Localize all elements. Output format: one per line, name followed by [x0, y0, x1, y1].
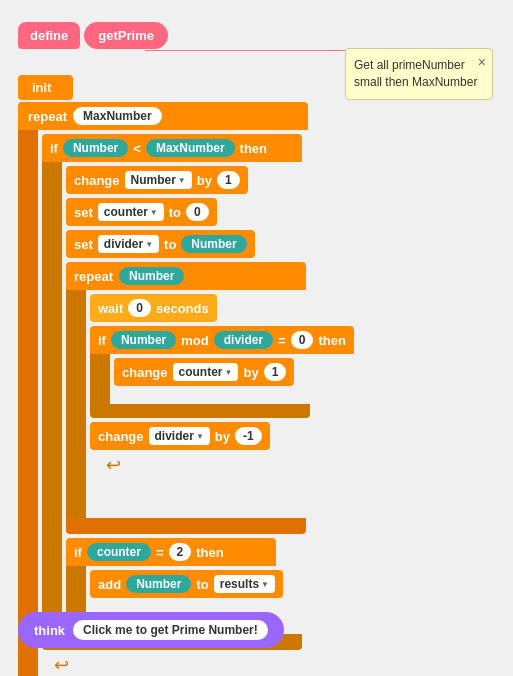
init-block[interactable]: init	[18, 75, 73, 100]
define-block[interactable]: define getPrime	[18, 22, 168, 49]
outer-loop-arrow: ↩	[38, 654, 354, 676]
if2-number: Number	[111, 331, 176, 349]
divider-dropdown[interactable]: divider	[98, 235, 159, 253]
if-block-2[interactable]: if Number mod divider = 0 then	[90, 326, 354, 418]
inner-loop-arrow: ↩	[90, 454, 354, 476]
if-label-1: if	[50, 141, 58, 156]
wait-block[interactable]: wait 0 seconds	[90, 294, 354, 322]
if-block-1[interactable]: if Number < MaxNumber then change	[42, 134, 354, 650]
think-label: think	[34, 623, 65, 638]
set-divider-block[interactable]: set divider to Number	[66, 230, 354, 258]
if3-value: 2	[169, 543, 192, 561]
note-text: Get all primeNumber small then MaxNumber	[354, 58, 477, 89]
if2-eq-value: 0	[291, 331, 314, 349]
func-name: getPrime	[98, 28, 154, 43]
add-block[interactable]: add Number to results	[90, 570, 354, 598]
repeat-outer-block[interactable]: repeat MaxNumber if Number < MaxNumber t…	[18, 102, 354, 676]
repeat-value: MaxNumber	[73, 107, 162, 125]
set-counter-block[interactable]: set counter to 0	[66, 198, 354, 226]
if-maxnumber: MaxNumber	[146, 139, 235, 157]
if-then-1: then	[240, 141, 267, 156]
repeat-inner-block[interactable]: repeat Number wait	[66, 262, 354, 534]
change-counter-block[interactable]: change counter by 1	[114, 358, 354, 386]
if3-counter: counter	[87, 543, 151, 561]
add-number: Number	[126, 575, 191, 593]
number-dropdown[interactable]: Number	[125, 171, 192, 189]
think-text: Click me to get Prime Number!	[73, 620, 268, 640]
note-box: × Get all primeNumber small then MaxNumb…	[345, 48, 493, 100]
counter-dropdown-1[interactable]: counter	[98, 203, 164, 221]
if-number: Number	[63, 139, 128, 157]
repeat-number-value: Number	[119, 267, 184, 285]
repeat-label: repeat	[28, 109, 67, 124]
define-label: define	[30, 28, 68, 43]
change-counter-value: 1	[264, 363, 287, 381]
change-label-1: change	[74, 173, 120, 188]
workspace: × Get all primeNumber small then MaxNumb…	[0, 0, 513, 676]
set-counter-value: 0	[186, 203, 209, 221]
init-label: init	[32, 80, 52, 95]
close-icon[interactable]: ×	[478, 53, 486, 73]
change-divider-block[interactable]: change divider by -1	[90, 422, 354, 450]
comment-line	[145, 50, 350, 51]
set-divider-value: Number	[181, 235, 246, 253]
change-number-block[interactable]: change Number by 1	[66, 166, 354, 194]
counter-dropdown-2[interactable]: counter	[173, 363, 239, 381]
results-dropdown[interactable]: results	[214, 575, 275, 593]
change-divider-value: -1	[235, 427, 262, 445]
wait-value: 0	[128, 299, 151, 317]
divider-dropdown-2[interactable]: divider	[149, 427, 210, 445]
if-op: <	[133, 141, 141, 156]
if2-divider: divider	[214, 331, 273, 349]
change-number-value: 1	[217, 171, 240, 189]
think-block[interactable]: think Click me to get Prime Number!	[18, 612, 284, 648]
